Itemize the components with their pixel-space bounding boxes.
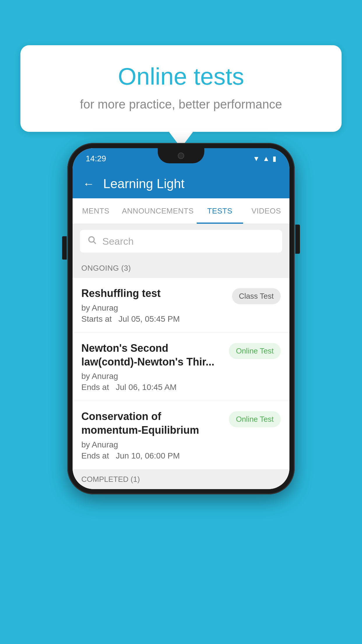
test-time: Ends at Jun 10, 06:00 PM <box>81 451 223 461</box>
test-info: Reshuffling test by Anurag Starts at Jul… <box>81 287 226 324</box>
test-name: Newton's Second law(contd)-Newton's Thir… <box>81 342 223 369</box>
ongoing-section-header: ONGOING (3) <box>73 258 289 278</box>
test-time-value: Jul 06, 10:45 AM <box>116 383 177 392</box>
search-input-wrapper[interactable]: Search <box>80 230 282 253</box>
test-time-label: Ends at <box>81 383 109 392</box>
test-info: Newton's Second law(contd)-Newton's Thir… <box>81 342 223 392</box>
app-header: ← Learning Light <box>73 169 289 198</box>
tab-announcements[interactable]: ANNOUNCEMENTS <box>119 198 196 224</box>
test-author: by Anurag <box>81 372 223 381</box>
test-item[interactable]: Reshuffling test by Anurag Starts at Jul… <box>73 278 289 333</box>
test-author: by Anurag <box>81 303 226 313</box>
test-time-value: Jun 10, 06:00 PM <box>116 451 180 460</box>
test-badge-online-test: Online Test <box>229 343 281 359</box>
signal-icon: ▲ <box>263 155 270 163</box>
test-name: Conservation of momentum-Equilibrium <box>81 410 223 437</box>
test-item[interactable]: Conservation of momentum-Equilibrium by … <box>73 401 289 470</box>
tab-ments[interactable]: MENTS <box>73 198 119 224</box>
battery-icon: ▮ <box>273 155 276 163</box>
status-icons: ▼ ▲ ▮ <box>253 155 276 163</box>
test-item[interactable]: Newton's Second law(contd)-Newton's Thir… <box>73 333 289 401</box>
phone-outer: 14:29 ▼ ▲ ▮ ← Learning Light MENTS ANNOU… <box>67 143 295 494</box>
test-time: Ends at Jul 06, 10:45 AM <box>81 383 223 392</box>
test-info: Conservation of momentum-Equilibrium by … <box>81 410 223 461</box>
test-badge-class-test: Class Test <box>232 288 281 304</box>
search-container: Search <box>73 224 289 258</box>
tab-tests[interactable]: TESTS <box>197 198 243 224</box>
svg-line-1 <box>94 242 96 244</box>
notch <box>158 148 204 163</box>
bubble-subtitle: for more practice, better performance <box>44 97 318 111</box>
tab-videos[interactable]: VIDEOS <box>243 198 289 224</box>
test-badge-online-test-2: Online Test <box>229 411 281 427</box>
status-bar: 14:29 ▼ ▲ ▮ <box>73 148 289 169</box>
speech-bubble: Online tests for more practice, better p… <box>20 45 342 132</box>
test-time-label: Ends at <box>81 451 109 460</box>
completed-section-header: COMPLETED (1) <box>73 470 289 489</box>
phone-screen: 14:29 ▼ ▲ ▮ ← Learning Light MENTS ANNOU… <box>73 148 289 489</box>
test-name: Reshuffling test <box>81 287 226 300</box>
test-author: by Anurag <box>81 440 223 449</box>
search-placeholder: Search <box>102 236 134 247</box>
app-title: Learning Light <box>103 176 184 191</box>
phone-mockup: 14:29 ▼ ▲ ▮ ← Learning Light MENTS ANNOU… <box>67 143 295 494</box>
test-time-value: Jul 05, 05:45 PM <box>119 314 180 323</box>
test-time-label: Starts at <box>81 314 112 323</box>
bubble-title: Online tests <box>44 63 318 90</box>
wifi-icon: ▼ <box>253 155 260 163</box>
tests-list: Reshuffling test by Anurag Starts at Jul… <box>73 278 289 470</box>
tabs-container: MENTS ANNOUNCEMENTS TESTS VIDEOS <box>73 198 289 224</box>
search-icon <box>87 235 97 247</box>
camera-dot <box>178 153 184 159</box>
test-time: Starts at Jul 05, 05:45 PM <box>81 314 226 324</box>
back-button[interactable]: ← <box>83 177 94 190</box>
svg-point-0 <box>89 237 94 242</box>
status-time: 14:29 <box>86 154 106 163</box>
